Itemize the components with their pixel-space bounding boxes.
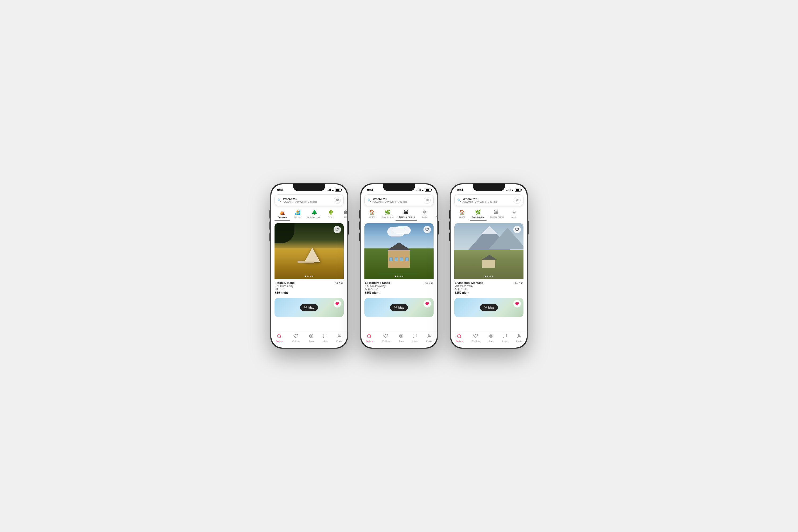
tab-arctic[interactable]: ❄Arctic: [417, 208, 432, 221]
nav-trips[interactable]: Trips: [399, 334, 403, 342]
search-sub-label: Anywhere · Any week · 2 guests: [283, 201, 332, 203]
tab-icon-countryside: 🌿: [475, 209, 481, 215]
nav-inbox[interactable]: Inbox: [322, 334, 328, 342]
tab-historical[interactable]: 🏛Historical homes: [396, 208, 417, 221]
map-wishlist-button[interactable]: [513, 300, 521, 307]
map-banner[interactable]: Map: [364, 298, 434, 317]
listing-info: Le Boulay, France4.91 ★5,585 miles awayA…: [364, 279, 434, 295]
tab-countryside[interactable]: 🌿Countryside: [380, 208, 396, 221]
tab-historical[interactable]: 🏛Historical homes: [487, 208, 507, 221]
tab-label-historical: Historical homes: [398, 216, 415, 218]
svg-line-32: [460, 337, 461, 338]
nav-icon-explore: [277, 334, 282, 339]
tab-camping[interactable]: ⛺Camping: [274, 208, 290, 221]
tab-aframe[interactable]: 🏔A-frames: [432, 208, 437, 221]
nav-icon-profile: [337, 334, 342, 339]
svg-point-33: [489, 334, 493, 338]
filter-button[interactable]: [424, 197, 431, 204]
listing-card[interactable]: Livingston, Montana4.97 ★794 miles awayA…: [454, 223, 524, 295]
search-bar[interactable]: 🔍Where to?Anywhere · Any week · 2 guests: [454, 194, 524, 206]
tab-icon-national-parks: 🌲: [311, 209, 317, 215]
nav-profile[interactable]: Profile: [426, 334, 433, 342]
search-sub-label: Anywhere · Any week · 2 guests: [373, 201, 422, 203]
nav-icon-wishlists: [383, 334, 388, 339]
nav-explore[interactable]: Explore: [366, 334, 373, 342]
search-main-label: Where to?: [283, 197, 332, 201]
tab-national-parks[interactable]: 🌲National parks: [305, 208, 323, 221]
tab-desert[interactable]: 🌵Desert: [323, 208, 339, 221]
nav-wishlists[interactable]: Wishlists: [382, 334, 390, 342]
nav-wishlists[interactable]: Wishlists: [292, 334, 300, 342]
nav-label-inbox: Inbox: [502, 340, 508, 342]
tab-label-desert: Desert: [328, 216, 334, 218]
status-icons: ▲: [417, 189, 431, 191]
tab-label-surfing: Surfing: [294, 216, 301, 218]
filter-button[interactable]: [514, 197, 520, 204]
map-wishlist-button[interactable]: [423, 300, 431, 307]
search-text: Where to?Anywhere · Any week · 2 guests: [283, 197, 332, 203]
nav-label-inbox: Inbox: [322, 340, 328, 342]
nav-inbox[interactable]: Inbox: [412, 334, 418, 342]
tab-surfing[interactable]: 🏄Surfing: [290, 208, 305, 221]
svg-point-31: [457, 334, 460, 337]
map-button[interactable]: Map: [480, 304, 498, 311]
search-icon: 🔍: [278, 198, 281, 202]
svg-point-30: [485, 307, 486, 308]
nav-explore[interactable]: Explore: [276, 334, 283, 342]
search-bar[interactable]: 🔍Where to?Anywhere · Any week · 2 guests: [364, 194, 434, 206]
svg-point-16: [428, 200, 428, 201]
map-label: Map: [398, 306, 404, 309]
tab-omg[interactable]: 🏠OMG!: [454, 208, 470, 221]
nav-profile[interactable]: Profile: [337, 334, 343, 342]
listing-photo: [364, 223, 434, 279]
nav-icon-inbox: [502, 334, 507, 339]
wishlist-button[interactable]: [334, 226, 341, 233]
wishlist-button[interactable]: [423, 226, 431, 233]
map-banner[interactable]: Map: [274, 298, 344, 317]
listing-card[interactable]: Tetonia, Idaho4.97 ★725 miles awayJul 1 …: [274, 223, 344, 295]
search-text: Where to?Anywhere · Any week · 2 guests: [463, 197, 512, 203]
nav-icon-wishlists: [473, 334, 478, 339]
nav-label-trips: Trips: [309, 340, 314, 342]
filter-button[interactable]: [334, 197, 341, 204]
search-bar[interactable]: 🔍Where to?Anywhere · Any week · 2 guests: [274, 194, 344, 206]
listing-rating: 4.97 ★: [335, 281, 343, 284]
nav-trips[interactable]: Trips: [309, 334, 314, 342]
listing-rating: 4.97 ★: [515, 281, 523, 284]
tab-arctic[interactable]: ❄Arctic: [507, 208, 522, 221]
map-button[interactable]: Map: [300, 304, 318, 311]
tab-label-national-parks: National parks: [307, 216, 321, 218]
svg-point-34: [491, 336, 492, 337]
listing-price: $259 night: [455, 291, 523, 294]
image-dots: [484, 276, 493, 277]
nav-profile[interactable]: Profile: [516, 334, 522, 342]
map-wishlist-button[interactable]: [334, 300, 341, 307]
tab-aframe[interactable]: 🏔A-: [522, 208, 527, 221]
tab-lake[interactable]: 🏔Lake: [339, 208, 347, 221]
listing-dates: Aug 22 – 29: [365, 288, 433, 290]
map-banner[interactable]: Map: [454, 298, 524, 317]
nav-label-wishlists: Wishlists: [382, 340, 390, 342]
nav-inbox[interactable]: Inbox: [502, 334, 508, 342]
tab-icon-camping: ⛺: [279, 209, 285, 215]
listing-image: [364, 223, 434, 279]
search-sub-label: Anywhere · Any week · 2 guests: [463, 201, 512, 203]
status-time: 9:41: [367, 188, 374, 192]
listing-location: Livingston, Montana: [455, 281, 483, 284]
listing-row1: Tetonia, Idaho4.97 ★: [275, 281, 343, 284]
svg-line-20: [370, 337, 371, 338]
listing-image: [454, 223, 524, 279]
phone-3: 9:41▲🔍Where to?Anywhere · Any week · 2 g…: [450, 184, 528, 348]
wishlist-button[interactable]: [513, 226, 521, 233]
nav-icon-trips: [399, 334, 403, 339]
nav-label-explore: Explore: [456, 340, 463, 342]
svg-point-10: [311, 336, 312, 337]
map-button[interactable]: Map: [390, 304, 408, 311]
tab-omg[interactable]: 🏠OMG!: [364, 208, 380, 221]
nav-wishlists[interactable]: Wishlists: [472, 334, 480, 342]
listing-card[interactable]: Le Boulay, France4.91 ★5,585 miles awayA…: [364, 223, 434, 295]
status-icons: ▲: [327, 189, 341, 191]
tab-countryside[interactable]: 🌿Countryside: [470, 208, 487, 221]
nav-explore[interactable]: Explore: [456, 334, 463, 342]
nav-trips[interactable]: Trips: [489, 334, 493, 342]
